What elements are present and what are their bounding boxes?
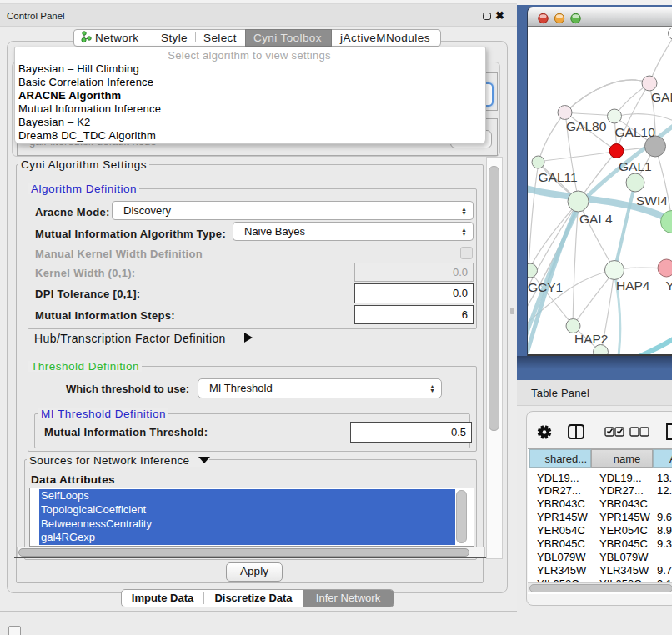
svg-text:YEL: YEL — [666, 278, 672, 292]
svg-text:GAL1: GAL1 — [619, 159, 652, 173]
svg-text:GAL7: GAL7 — [651, 90, 672, 104]
svg-text:HAP2: HAP2 — [574, 332, 609, 346]
svg-text:GAL10: GAL10 — [615, 125, 656, 139]
svg-text:GAL80: GAL80 — [566, 119, 607, 133]
svg-text:HAP4: HAP4 — [616, 278, 650, 292]
svg-text:GAL4: GAL4 — [579, 212, 613, 226]
svg-text:GAL11: GAL11 — [539, 170, 578, 184]
svg-text:SWI4: SWI4 — [636, 193, 668, 208]
svg-text:GCY1: GCY1 — [528, 280, 563, 294]
